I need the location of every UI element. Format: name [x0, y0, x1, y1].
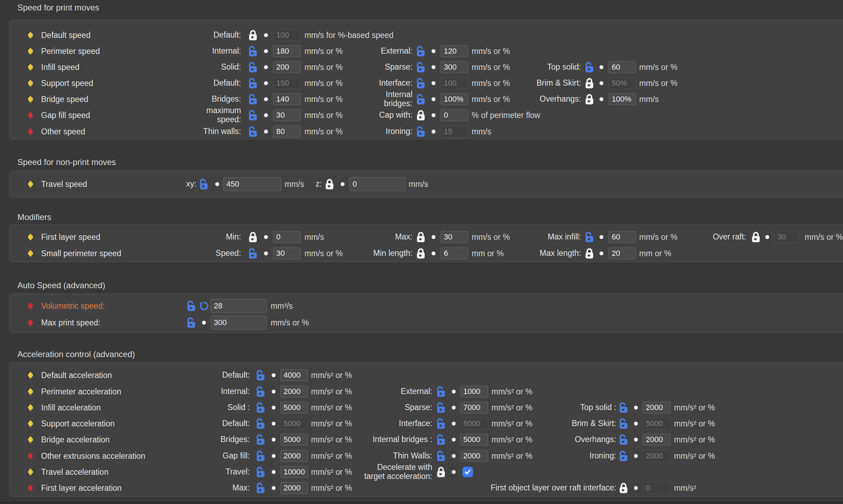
- unlock-icon[interactable]: [584, 61, 595, 73]
- dot-icon[interactable]: [272, 454, 276, 458]
- dot-icon[interactable]: [634, 406, 638, 410]
- unlock-icon[interactable]: [255, 386, 266, 397]
- dot-icon[interactable]: [634, 438, 638, 442]
- unlock-icon[interactable]: [255, 466, 266, 478]
- dot-icon[interactable]: [432, 130, 435, 134]
- dot-icon[interactable]: [432, 113, 435, 117]
- unlock-icon[interactable]: [255, 450, 266, 462]
- lock-icon[interactable]: [416, 231, 426, 243]
- unlock-icon[interactable]: [436, 386, 446, 397]
- unlock-icon[interactable]: [436, 402, 446, 414]
- dot-icon[interactable]: [202, 321, 206, 325]
- unlock-icon[interactable]: [436, 434, 446, 446]
- lock-icon[interactable]: [248, 231, 258, 243]
- lock-icon[interactable]: [436, 466, 446, 478]
- dot-icon[interactable]: [600, 97, 603, 101]
- dot-icon[interactable]: [452, 438, 456, 442]
- dot-icon[interactable]: [452, 470, 456, 474]
- value-input[interactable]: [280, 482, 308, 494]
- dot-icon[interactable]: [600, 65, 603, 69]
- unlock-icon[interactable]: [416, 77, 426, 89]
- value-input[interactable]: [280, 369, 308, 381]
- value-input[interactable]: [643, 450, 671, 462]
- value-input[interactable]: [643, 434, 671, 446]
- lock-icon[interactable]: [618, 482, 629, 494]
- yellow-bullet-icon: [28, 48, 33, 55]
- unlock-icon[interactable]: [618, 418, 629, 430]
- unlock-icon[interactable]: [248, 93, 258, 105]
- value-input[interactable]: [609, 93, 636, 105]
- value-input[interactable]: [460, 386, 488, 397]
- value-input[interactable]: [774, 231, 799, 243]
- unlock-icon[interactable]: [248, 126, 258, 137]
- lock-icon[interactable]: [584, 247, 595, 259]
- dot-icon[interactable]: [634, 454, 638, 458]
- unlock-icon[interactable]: [436, 450, 446, 462]
- value-input[interactable]: [441, 45, 468, 57]
- unlock-icon[interactable]: [248, 109, 258, 121]
- unlock-icon[interactable]: [255, 434, 266, 446]
- dot-icon[interactable]: [452, 390, 456, 394]
- unlock-icon[interactable]: [436, 418, 446, 430]
- dot-icon[interactable]: [272, 406, 276, 410]
- dot-icon[interactable]: [272, 422, 276, 426]
- unlock-icon[interactable]: [416, 61, 426, 73]
- lock-icon[interactable]: [324, 178, 335, 190]
- unlock-icon[interactable]: [248, 45, 258, 57]
- value-input[interactable]: [609, 77, 636, 89]
- unlock-icon[interactable]: [618, 434, 629, 446]
- unlock-icon[interactable]: [255, 482, 266, 494]
- dot-icon[interactable]: [452, 406, 456, 410]
- dot-icon[interactable]: [765, 235, 769, 239]
- value-input[interactable]: [441, 126, 468, 137]
- dot-icon[interactable]: [272, 390, 276, 394]
- unit-label: mm/s² or %: [674, 419, 715, 428]
- unlock-icon[interactable]: [248, 61, 258, 73]
- dot-icon[interactable]: [272, 438, 276, 442]
- lock-icon[interactable]: [584, 77, 595, 89]
- lock-icon[interactable]: [248, 29, 258, 41]
- value-input[interactable]: [609, 61, 636, 73]
- value-input[interactable]: [211, 316, 266, 330]
- unlock-icon[interactable]: [248, 247, 258, 259]
- unlock-icon[interactable]: [248, 77, 258, 89]
- undo-icon[interactable]: [199, 301, 209, 311]
- red-bullet-icon: [28, 302, 33, 310]
- unlock-icon[interactable]: [255, 369, 266, 381]
- dot-icon[interactable]: [452, 454, 456, 458]
- value-input[interactable]: [643, 402, 671, 414]
- dot-icon[interactable]: [600, 81, 603, 85]
- unlock-icon[interactable]: [618, 402, 629, 414]
- unlock-icon[interactable]: [618, 450, 629, 462]
- dot-icon[interactable]: [341, 182, 345, 186]
- unlock-icon[interactable]: [186, 317, 196, 329]
- dot-icon[interactable]: [600, 252, 603, 255]
- value-input[interactable]: [349, 177, 406, 191]
- value-input[interactable]: [609, 247, 636, 259]
- unlock-icon[interactable]: [255, 402, 266, 414]
- unlock-icon[interactable]: [416, 93, 426, 105]
- lock-icon[interactable]: [416, 247, 426, 259]
- lock-icon[interactable]: [584, 93, 595, 105]
- dot-icon[interactable]: [634, 486, 638, 490]
- dot-icon[interactable]: [432, 49, 435, 53]
- value-input[interactable]: [643, 418, 671, 430]
- unlock-icon[interactable]: [584, 231, 595, 243]
- dot-icon[interactable]: [452, 422, 456, 426]
- dot-icon[interactable]: [272, 486, 276, 490]
- dot-icon[interactable]: [634, 422, 638, 426]
- decelerate-checkbox[interactable]: [462, 467, 473, 478]
- value-input[interactable]: [273, 29, 301, 41]
- value-input[interactable]: [211, 299, 266, 313]
- lock-icon[interactable]: [416, 109, 426, 121]
- value-input[interactable]: [441, 109, 468, 121]
- dot-icon[interactable]: [264, 33, 268, 37]
- unlock-icon[interactable]: [416, 126, 426, 137]
- value-input[interactable]: [643, 482, 671, 494]
- unlock-icon[interactable]: [186, 300, 196, 312]
- unlock-icon[interactable]: [416, 45, 426, 57]
- unlock-icon[interactable]: [255, 418, 266, 430]
- dot-icon[interactable]: [272, 373, 276, 377]
- lock-icon[interactable]: [751, 231, 761, 243]
- dot-icon[interactable]: [272, 470, 276, 474]
